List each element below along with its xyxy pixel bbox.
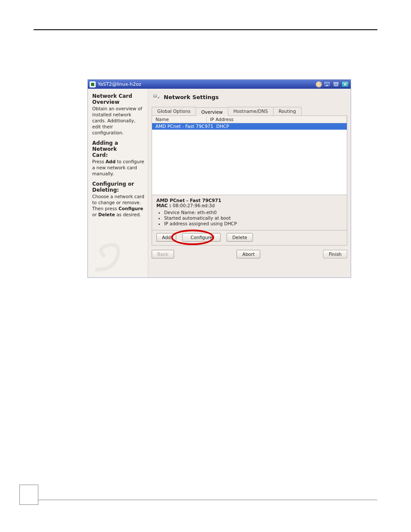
tab-bar: Global Options Overview Hostname/DNS Rou… (152, 107, 347, 116)
close-button[interactable] (341, 81, 349, 87)
app-icon (90, 81, 96, 87)
delete-button[interactable]: Delete (227, 233, 253, 242)
minimize-icon (325, 83, 329, 86)
sidebar-configuring-text: Choose a network card to change or remov… (92, 193, 144, 218)
page-number-box (19, 485, 38, 505)
decorative-swirl-icon (91, 239, 130, 273)
sidebar-overview-text: Obtain an overview of installed network … (92, 106, 144, 136)
table-row[interactable]: AMD PCnet - Fast 79C971 DHCP (152, 123, 347, 130)
yast-window: YaST2@linux-h2oz Network Card Overview (87, 79, 351, 278)
tab-overview[interactable]: Overview (196, 107, 228, 116)
add-button[interactable]: Add (156, 233, 176, 242)
row-ip-cell: DHCP (216, 124, 229, 129)
titlebar[interactable]: YaST2@linux-h2oz (88, 80, 351, 89)
tab-routing[interactable]: Routing (273, 107, 302, 115)
network-cards-table[interactable]: Name IP Address AMD PCnet - Fast 79C971 … (152, 116, 347, 195)
configure-button[interactable]: Configure (182, 233, 221, 242)
wizard-button-row: Back Abort Finish (152, 250, 347, 258)
row-name-cell: AMD PCnet - Fast 79C971 (156, 124, 213, 129)
sidebar-heading-overview: Network Card Overview (92, 93, 144, 105)
network-settings-icon (153, 93, 160, 101)
abort-button[interactable]: Abort (237, 250, 260, 258)
action-button-row: Add Configure Delete (152, 230, 347, 246)
window-title: YaST2@linux-h2oz (98, 81, 313, 87)
finish-button[interactable]: Finish (323, 250, 347, 258)
sidebar-heading-configuring: Configuring or Deleting: (92, 181, 144, 193)
sidebar-adding-text: Press Add to configure a new network car… (92, 159, 144, 177)
sidebar-heading-adding: Adding a Network Card: (92, 140, 144, 158)
tab-hostname-dns[interactable]: Hostname/DNS (228, 107, 274, 115)
help-sidebar: Network Card Overview Obtain an overview… (88, 89, 148, 277)
col-header-name[interactable]: Name (152, 116, 206, 123)
maximize-icon (334, 83, 338, 86)
svg-rect-0 (326, 85, 328, 86)
details-device-name: Device Name: eth-eth0 (164, 210, 342, 215)
table-header-row: Name IP Address (152, 116, 347, 123)
card-details-panel: AMD PCnet - Fast 79C971 MAC : 08:00:27:9… (152, 195, 347, 230)
top-horizontal-rule (34, 29, 377, 30)
main-content: Network Settings Global Options Overview… (148, 89, 351, 277)
details-startup: Started automatically at boot (164, 215, 342, 221)
bottom-horizontal-rule (34, 500, 377, 500)
session-icon (316, 81, 322, 87)
page-heading: Network Settings (164, 94, 219, 100)
col-header-ip[interactable]: IP Address (206, 116, 347, 123)
details-title: AMD PCnet - Fast 79C971 (156, 198, 342, 203)
back-button: Back (152, 250, 174, 258)
svg-rect-1 (335, 83, 337, 86)
svg-rect-5 (154, 95, 156, 96)
tab-global-options[interactable]: Global Options (152, 107, 196, 115)
minimize-button[interactable] (323, 81, 331, 87)
close-icon (343, 83, 347, 86)
maximize-button[interactable] (332, 81, 340, 87)
details-mac: MAC : 08:00:27:96:ed:3d (156, 203, 342, 208)
details-ip-method: IP address assigned using DHCP (164, 221, 342, 227)
